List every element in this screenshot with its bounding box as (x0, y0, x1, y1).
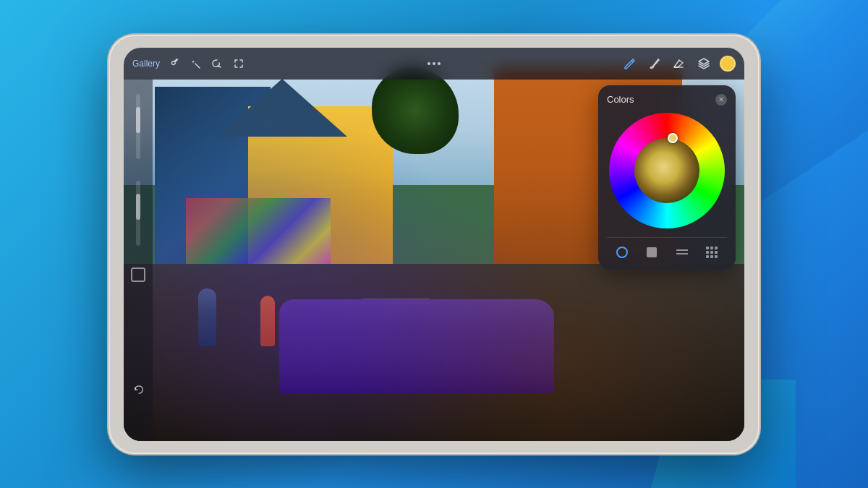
transform-icon[interactable] (231, 56, 247, 72)
wrench-icon[interactable] (166, 56, 182, 72)
line2 (676, 253, 688, 254)
g2 (710, 247, 713, 249)
svg-line-0 (195, 64, 200, 68)
g5 (710, 251, 713, 254)
color-wheel[interactable] (609, 113, 725, 228)
undo-button[interactable] (131, 382, 147, 398)
gallery-button[interactable]: Gallery (132, 59, 160, 69)
g9 (715, 255, 718, 258)
tab-palettes[interactable] (703, 244, 720, 261)
eraser-icon[interactable] (671, 55, 688, 72)
left-sidebar (124, 80, 153, 441)
tab-classic[interactable] (643, 244, 660, 261)
opacity-slider[interactable] (136, 181, 140, 246)
tab-disc[interactable] (613, 244, 631, 261)
colors-panel-close-button[interactable]: ✕ (715, 94, 727, 106)
g1 (706, 247, 709, 249)
g6 (715, 251, 718, 254)
colors-panel-title: Colors (607, 94, 634, 105)
tab-harmony[interactable] (673, 244, 691, 261)
color-preview-square[interactable] (131, 267, 145, 282)
layers-icon[interactable] (695, 55, 712, 72)
toolbar-left: Gallery (132, 56, 247, 72)
toolbar-center (247, 62, 621, 65)
color-swatch-button[interactable] (720, 56, 736, 72)
lasso-icon[interactable] (209, 56, 225, 72)
colors-panel: Colors ✕ (598, 85, 736, 270)
dot (438, 62, 441, 65)
pen-tool-icon[interactable] (621, 55, 639, 72)
color-wheel-container[interactable] (609, 113, 725, 228)
close-icon: ✕ (718, 95, 724, 103)
procreate-ui: Gallery (124, 48, 744, 441)
dot (427, 62, 430, 65)
top-toolbar: Gallery (124, 48, 744, 80)
brush-size-slider[interactable] (136, 94, 140, 159)
palettes-tab-icon (706, 247, 718, 258)
g8 (710, 255, 713, 258)
magic-wand-icon[interactable] (187, 56, 203, 72)
toolbar-right (621, 55, 736, 72)
harmony-tab-icon (676, 249, 688, 254)
color-picker-dot[interactable] (668, 133, 678, 143)
g4 (706, 251, 709, 254)
three-dots-menu[interactable] (427, 62, 441, 65)
ipad-frame: Gallery (109, 35, 760, 454)
paintbrush-icon[interactable] (646, 55, 663, 72)
color-panel-tabs (607, 237, 727, 261)
colors-panel-header: Colors ✕ (607, 94, 727, 106)
disc-tab-icon (616, 247, 628, 258)
line1 (676, 249, 688, 251)
dot (433, 62, 435, 65)
g7 (706, 255, 709, 258)
classic-tab-icon (647, 247, 657, 257)
g3 (715, 247, 718, 249)
color-wheel-inner (634, 138, 699, 203)
ipad-screen: Gallery (124, 48, 744, 441)
